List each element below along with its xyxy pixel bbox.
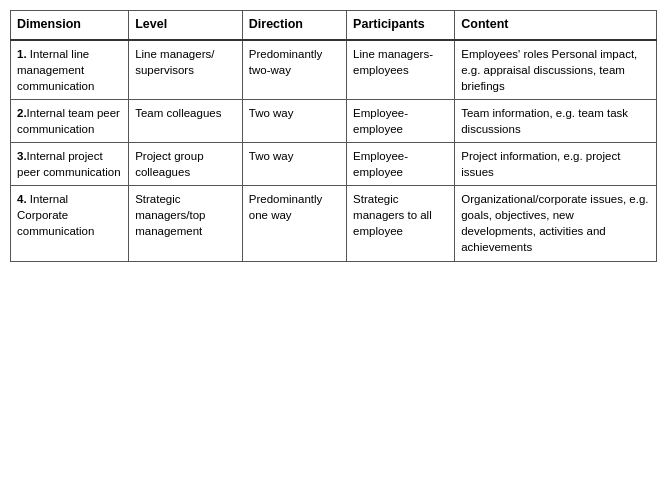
cell-1-level: Team colleagues [129, 99, 243, 142]
cell-2-content: Project information, e.g. project issues [455, 142, 657, 185]
main-table: Dimension Level Direction Participants C… [10, 10, 657, 262]
cell-1-dimension: 2.Internal team peer communication [11, 99, 129, 142]
cell-2-level: Project group colleagues [129, 142, 243, 185]
table-row: 4. Internal Corporate communicationStrat… [11, 186, 657, 261]
cell-3-level: Strategic managers/top management [129, 186, 243, 261]
cell-0-level: Line managers/ supervisors [129, 40, 243, 100]
col-header-content: Content [455, 11, 657, 40]
cell-1-direction: Two way [242, 99, 346, 142]
cell-3-dimension: 4. Internal Corporate communication [11, 186, 129, 261]
cell-1-content: Team information, e.g. team task discuss… [455, 99, 657, 142]
header-row: Dimension Level Direction Participants C… [11, 11, 657, 40]
cell-2-direction: Two way [242, 142, 346, 185]
col-header-direction: Direction [242, 11, 346, 40]
cell-2-participants: Employee-employee [347, 142, 455, 185]
table-row: 1. Internal line management communicatio… [11, 40, 657, 100]
cell-0-participants: Line managers-employees [347, 40, 455, 100]
table-row: 3.Internal project peer communicationPro… [11, 142, 657, 185]
cell-1-participants: Employee-employee [347, 99, 455, 142]
cell-3-direction: Predominantly one way [242, 186, 346, 261]
cell-0-direction: Predominantly two-way [242, 40, 346, 100]
cell-0-content: Employees' roles Personal impact, e.g. a… [455, 40, 657, 100]
cell-3-content: Organizational/corporate issues, e.g. go… [455, 186, 657, 261]
cell-3-participants: Strategic managers to all employee [347, 186, 455, 261]
cell-0-dimension: 1. Internal line management communicatio… [11, 40, 129, 100]
cell-2-dimension: 3.Internal project peer communication [11, 142, 129, 185]
col-header-level: Level [129, 11, 243, 40]
table-row: 2.Internal team peer communicationTeam c… [11, 99, 657, 142]
col-header-dimension: Dimension [11, 11, 129, 40]
col-header-participants: Participants [347, 11, 455, 40]
